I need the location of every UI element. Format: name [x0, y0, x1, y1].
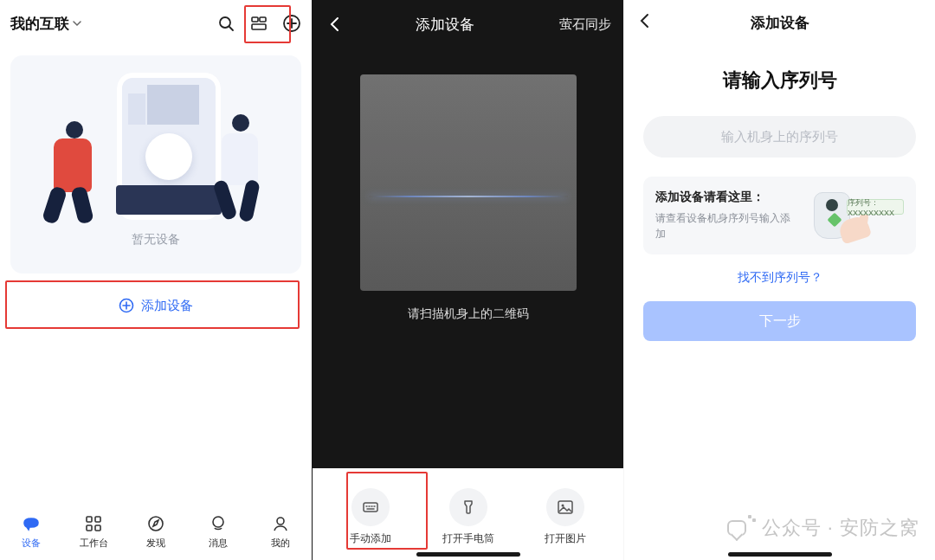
tab-devices[interactable]: 设备 [5, 514, 57, 550]
empty-state-card: 暂无设备 [10, 55, 301, 274]
bottom-tab-bar: 设备 工作台 发现 消息 我的 [0, 503, 312, 560]
svg-rect-13 [364, 503, 377, 512]
tool-label: 打开手电筒 [442, 531, 494, 546]
tool-open-image[interactable]: 打开图片 [526, 488, 604, 546]
tab-label: 发现 [146, 537, 165, 550]
help-illustration: 序列号：XXXXXXXXX [809, 189, 904, 242]
home-indicator [416, 552, 520, 557]
search-icon[interactable] [216, 14, 235, 33]
header: 我的互联 [0, 0, 312, 47]
scan-grid-icon[interactable] [249, 14, 268, 33]
home-indicator [728, 552, 832, 557]
tool-label: 手动添加 [350, 531, 391, 546]
tool-manual-add[interactable]: 手动添加 [332, 488, 409, 546]
camera-icon [22, 514, 41, 533]
header-title: 添加设备 [636, 13, 923, 33]
serial-input[interactable]: 输入机身上的序列号 [643, 116, 916, 158]
page-heading: 请输入序列号 [624, 68, 935, 93]
cannot-find-serial-link[interactable]: 找不到序列号？ [624, 270, 935, 286]
help-title: 添加设备请看这里： [655, 190, 800, 205]
serial-input-placeholder: 输入机身上的序列号 [721, 129, 838, 145]
tab-label: 消息 [209, 537, 228, 550]
tab-discover[interactable]: 发现 [130, 514, 182, 550]
svg-rect-6 [87, 517, 92, 522]
tab-label: 我的 [271, 537, 290, 550]
scan-line [369, 196, 568, 197]
header-title: 添加设备 [330, 15, 559, 35]
bell-icon [209, 514, 228, 533]
next-button[interactable]: 下一步 [643, 301, 916, 341]
svg-rect-2 [260, 17, 266, 22]
compass-icon [146, 514, 165, 533]
svg-point-0 [220, 17, 230, 28]
tab-label: 工作台 [80, 537, 108, 550]
add-device-label: 添加设备 [141, 298, 193, 314]
header: 添加设备 [624, 0, 935, 45]
header: 添加设备 萤石同步 [313, 0, 623, 48]
scan-tools-bar: 手动添加 打开手电筒 打开图片 [313, 468, 623, 560]
help-card: 添加设备请看这里： 请查看设备机身序列号输入添加 序列号：XXXXXXXXX [643, 177, 916, 254]
image-icon [546, 488, 584, 526]
add-device-button[interactable]: 添加设备 [10, 286, 301, 325]
flashlight-icon [449, 488, 487, 526]
ezviz-sync-button[interactable]: 萤石同步 [559, 16, 611, 33]
svg-rect-1 [252, 17, 258, 22]
keyboard-icon [351, 488, 390, 526]
svg-rect-8 [87, 525, 92, 531]
grid-icon [84, 514, 103, 533]
empty-state-text: 暂无设备 [132, 232, 180, 248]
header-title-text: 我的互联 [10, 14, 69, 34]
tool-flashlight[interactable]: 打开手电筒 [429, 488, 507, 546]
chevron-down-icon [73, 19, 81, 28]
header-title-dropdown[interactable]: 我的互联 [10, 14, 81, 34]
plus-circle-icon [119, 298, 134, 313]
tab-profile[interactable]: 我的 [255, 514, 306, 550]
svg-rect-9 [95, 525, 100, 531]
scan-hint-text: 请扫描机身上的二维码 [313, 306, 623, 322]
svg-rect-3 [252, 24, 266, 29]
screen-scan-qr: 添加设备 萤石同步 请扫描机身上的二维码 手动添加 打开手电筒 [312, 0, 623, 560]
user-icon [271, 514, 290, 533]
svg-rect-14 [558, 501, 572, 513]
qr-viewfinder [360, 74, 577, 291]
tab-label: 设备 [22, 537, 41, 550]
svg-point-10 [149, 517, 163, 531]
empty-illustration [26, 69, 286, 225]
add-plus-icon[interactable] [282, 14, 301, 33]
help-subtitle: 请查看设备机身序列号输入添加 [655, 210, 800, 241]
svg-point-12 [277, 518, 284, 525]
svg-rect-7 [95, 517, 100, 522]
svg-point-11 [213, 517, 223, 527]
serial-badge: 序列号：XXXXXXXXX [847, 199, 904, 215]
tab-workspace[interactable]: 工作台 [68, 514, 119, 550]
tab-messages[interactable]: 消息 [192, 514, 244, 550]
tool-label: 打开图片 [545, 531, 586, 546]
screen-device-list: 我的互联 [0, 0, 312, 560]
screen-enter-serial: 添加设备 请输入序列号 输入机身上的序列号 添加设备请看这里： 请查看设备机身序… [623, 0, 935, 560]
